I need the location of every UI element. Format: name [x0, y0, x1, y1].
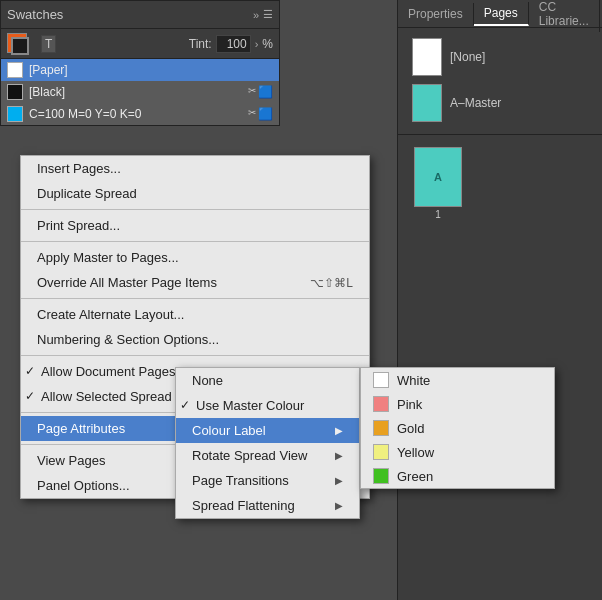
submenu-page-attributes: None Use Master Colour Colour Label ▶ Ro…: [175, 367, 360, 519]
menu-override-shortcut: ⌥⇧⌘L: [310, 276, 353, 290]
page-1-container[interactable]: A 1: [408, 147, 468, 220]
tint-input[interactable]: [216, 35, 251, 53]
submenu1-none[interactable]: None: [176, 368, 359, 393]
pages-area: A 1: [398, 137, 602, 230]
submenu1-rotate-arrow: ▶: [335, 450, 343, 461]
submenu1-colour-label[interactable]: Colour Label ▶: [176, 418, 359, 443]
submenu1-transitions-label: Page Transitions: [192, 473, 289, 488]
submenu1-rotate-label: Rotate Spread View: [192, 448, 307, 463]
menu-divider-2: [21, 241, 369, 242]
swatch-scissors-icon2: ✂: [248, 107, 256, 121]
pages-none-label: [None]: [450, 50, 485, 64]
tab-cc-libraries[interactable]: CC Librarie...: [529, 0, 600, 32]
pages-amaster-item[interactable]: A–Master: [408, 80, 592, 126]
panel-expand-icon[interactable]: »: [253, 9, 259, 21]
pages-panel-header: Properties Pages CC Librarie... ☰: [398, 0, 602, 28]
swatches-panel: Swatches » ☰ T Tint: › % [Paper] [Black]…: [0, 0, 280, 126]
swatch-scissors-icon: ✂: [248, 85, 256, 99]
swatch-item-cyan[interactable]: C=100 M=0 Y=0 K=0 ✂ 🟦: [1, 103, 279, 125]
tint-label: Tint:: [189, 37, 212, 51]
swatch-color-icon: 🟦: [258, 85, 273, 99]
submenu1-flattening-arrow: ▶: [335, 500, 343, 511]
swatch-label-black: [Black]: [29, 85, 65, 99]
pages-none-item[interactable]: [None]: [408, 34, 592, 80]
colour-label-gold: Gold: [397, 421, 424, 436]
pages-amaster-label: A–Master: [450, 96, 501, 110]
colour-label-pink: Pink: [397, 397, 422, 412]
colour-dot-yellow: [373, 444, 389, 460]
swatches-title: Swatches: [7, 7, 249, 22]
menu-divider-4: [21, 355, 369, 356]
swatch-list: [Paper] [Black] ✂ 🟦 C=100 M=0 Y=0 K=0 ✂ …: [1, 59, 279, 125]
menu-page-attributes-label: Page Attributes: [37, 421, 125, 436]
none-thumbnail: [412, 38, 442, 76]
menu-override-master[interactable]: Override All Master Page Items ⌥⇧⌘L: [21, 270, 369, 295]
tab-properties[interactable]: Properties: [398, 3, 474, 25]
page-1-number: 1: [435, 209, 441, 220]
menu-override-label: Override All Master Page Items: [37, 275, 217, 290]
colour-white[interactable]: White: [361, 368, 554, 392]
swatch-color-icon2: 🟦: [258, 107, 273, 121]
colour-pink[interactable]: Pink: [361, 392, 554, 416]
stroke-color[interactable]: [11, 37, 29, 55]
colour-dot-pink: [373, 396, 389, 412]
tint-percent: %: [262, 37, 273, 51]
swatch-item-paper[interactable]: [Paper]: [1, 59, 279, 81]
colour-green[interactable]: Green: [361, 464, 554, 488]
swatches-panel-header: Swatches » ☰: [1, 1, 279, 29]
swatch-box-black: [7, 84, 23, 100]
page-thumb-label: A: [434, 171, 442, 183]
pages-panel: Properties Pages CC Librarie... ☰ [None]…: [397, 0, 602, 600]
colour-dot-gold: [373, 420, 389, 436]
colour-label-green: Green: [397, 469, 433, 484]
submenu1-colour-label-text: Colour Label: [192, 423, 266, 438]
menu-print-spread[interactable]: Print Spread...: [21, 213, 369, 238]
panel-menu-icon[interactable]: ☰: [263, 8, 273, 21]
submenu1-colour-arrow: ▶: [335, 425, 343, 436]
colour-label-yellow: Yellow: [397, 445, 434, 460]
submenu1-flattening-label: Spread Flattening: [192, 498, 295, 513]
menu-numbering-section[interactable]: Numbering & Section Options...: [21, 327, 369, 352]
submenu1-rotate-spread[interactable]: Rotate Spread View ▶: [176, 443, 359, 468]
swatch-color-preview: [7, 33, 37, 55]
menu-divider-1: [21, 209, 369, 210]
menu-create-alternate[interactable]: Create Alternate Layout...: [21, 302, 369, 327]
swatch-label-cyan: C=100 M=0 Y=0 K=0: [29, 107, 142, 121]
amaster-thumbnail: [412, 84, 442, 122]
menu-insert-pages[interactable]: Insert Pages...: [21, 156, 369, 181]
swatch-item-black[interactable]: [Black] ✂ 🟦: [1, 81, 279, 103]
submenu1-transitions-arrow: ▶: [335, 475, 343, 486]
submenu-colour-label: White Pink Gold Yellow Green: [360, 367, 555, 489]
submenu1-use-master-colour[interactable]: Use Master Colour: [176, 393, 359, 418]
tint-up-icon[interactable]: ›: [255, 38, 259, 50]
submenu1-page-transitions[interactable]: Page Transitions ▶: [176, 468, 359, 493]
swatch-box-cyan: [7, 106, 23, 122]
tab-pages[interactable]: Pages: [474, 2, 529, 26]
colour-label-white: White: [397, 373, 430, 388]
swatch-cyan-icons: ✂ 🟦: [248, 107, 273, 121]
swatch-black-icons: ✂ 🟦: [248, 85, 273, 99]
colour-gold[interactable]: Gold: [361, 416, 554, 440]
swatches-header-icons: » ☰: [253, 8, 273, 21]
colour-dot-green: [373, 468, 389, 484]
colour-dot-white: [373, 372, 389, 388]
colour-yellow[interactable]: Yellow: [361, 440, 554, 464]
swatch-box-paper: [7, 62, 23, 78]
swatch-toolbar: T Tint: › %: [1, 29, 279, 59]
menu-duplicate-spread[interactable]: Duplicate Spread: [21, 181, 369, 206]
submenu1-spread-flattening[interactable]: Spread Flattening ▶: [176, 493, 359, 518]
pages-masters-section: [None] A–Master: [398, 28, 602, 132]
page-1-thumb[interactable]: A: [414, 147, 462, 207]
swatch-label-paper: [Paper]: [29, 63, 68, 77]
text-format-btn[interactable]: T: [41, 35, 56, 53]
menu-apply-master[interactable]: Apply Master to Pages...: [21, 245, 369, 270]
menu-divider-3: [21, 298, 369, 299]
